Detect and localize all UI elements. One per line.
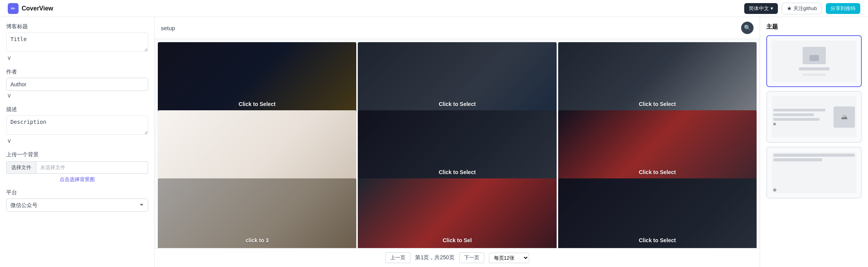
theme-section-title: 主题 <box>766 23 862 31</box>
theme1-image-placeholder <box>803 47 826 64</box>
search-icon: 🔍 <box>744 24 751 31</box>
image-cell[interactable]: Click to Select <box>558 178 757 248</box>
file-input-row: 选择文件 未选择文件 <box>6 161 148 174</box>
theme1-bar1 <box>799 67 830 70</box>
next-page-button[interactable]: 下一页 <box>459 252 484 263</box>
desc-group: 描述 Description ∨ <box>6 106 148 145</box>
blog-title-input[interactable]: Title <box>6 33 148 52</box>
file-choose-button[interactable]: 选择文件 <box>6 161 36 174</box>
language-button[interactable]: 简体中文 ▾ <box>744 3 778 14</box>
theme-preview-3 <box>767 147 861 198</box>
overlay-label: Click to Select <box>439 101 476 107</box>
desc-chevron[interactable]: ∨ <box>6 136 12 145</box>
theme3-dot <box>773 188 776 192</box>
platform-select[interactable]: 微信公众号 掘金 知乎 CSDN 自定义 <box>6 199 148 212</box>
share-button[interactable]: 分享到推特 <box>826 3 860 14</box>
theme1-bar2 <box>803 74 826 76</box>
blog-title-chevron[interactable]: ∨ <box>6 53 12 62</box>
image-cell[interactable]: click to 3 <box>158 178 356 248</box>
theme2-dot <box>773 123 776 125</box>
search-input[interactable] <box>161 25 738 31</box>
overlay-label: Click to Select <box>639 237 676 243</box>
per-page-select[interactable]: 每页12张 每页24张 每页48张 <box>489 253 529 263</box>
sidebar: 博客标题 Title ∨ 作者 ∨ 描述 Description ∨ 上传一个背… <box>0 17 155 267</box>
theme-preview-2 <box>767 92 861 142</box>
image-overlay: Click to Sel <box>358 178 556 248</box>
header: ✏ CoverView 简体中文 ▾ ★ 关注github 分享到推特 <box>0 0 868 17</box>
theme3-bar1 <box>773 154 855 157</box>
main-layout: 博客标题 Title ∨ 作者 ∨ 描述 Description ∨ 上传一个背… <box>0 17 868 267</box>
image-cell[interactable]: Click to Sel <box>358 178 556 248</box>
image-overlay: click to 3 <box>158 178 356 248</box>
theme2-bar3 <box>773 118 820 121</box>
theme3-bar2 <box>773 158 822 161</box>
right-panel: 主题 <box>760 17 868 267</box>
search-button[interactable]: 🔍 <box>741 22 754 34</box>
theme-card-1[interactable] <box>766 35 862 87</box>
prev-page-button[interactable]: 上一页 <box>385 252 410 263</box>
platform-label: 平台 <box>6 189 148 196</box>
header-right: 简体中文 ▾ ★ 关注github 分享到推特 <box>744 3 860 14</box>
overlay-label: Click to Sel <box>443 237 472 243</box>
upload-label: 上传一个背景 <box>6 151 148 158</box>
author-chevron[interactable]: ∨ <box>6 91 12 100</box>
theme-card-2[interactable] <box>766 91 862 143</box>
upload-section: 上传一个背景 选择文件 未选择文件 点击选择背景图 <box>6 151 148 183</box>
theme2-bar1 <box>773 109 825 111</box>
app-title: CoverView <box>22 5 53 12</box>
overlay-label: Click to Select <box>439 169 476 175</box>
blog-title-group: 博客标题 Title ∨ <box>6 23 148 62</box>
page-info: 第1页，共250页 <box>415 254 454 261</box>
pagination: 上一页 第1页，共250页 下一页 每页12张 每页24张 每页48张 <box>155 248 760 267</box>
theme2-bar2 <box>773 113 814 116</box>
search-bar: 🔍 <box>155 17 760 39</box>
theme-preview-1 <box>767 36 861 86</box>
author-input[interactable] <box>6 78 148 91</box>
overlay-label: Click to Select <box>639 169 676 175</box>
blog-title-label: 博客标题 <box>6 23 148 30</box>
desc-label: 描述 <box>6 106 148 113</box>
platform-section: 平台 微信公众号 掘金 知乎 CSDN 自定义 <box>6 189 148 212</box>
overlay-label: Click to Select <box>239 101 276 107</box>
image-overlay: Click to Select <box>558 178 757 248</box>
click-select-bg-link[interactable]: 点击选择背景图 <box>6 176 148 183</box>
header-left: ✏ CoverView <box>8 3 53 14</box>
center-panel: 🔍 Click to Select Click to Select Click … <box>155 17 760 267</box>
author-group: 作者 ∨ <box>6 68 148 100</box>
logo-icon: ✏ <box>8 3 19 14</box>
file-name-display: 未选择文件 <box>36 161 148 174</box>
image-grid: Click to Select Click to Select Click to… <box>155 39 760 248</box>
overlay-label: click to 3 <box>246 237 269 243</box>
overlay-label: Click to Select <box>239 169 276 175</box>
desc-input[interactable]: Description <box>6 115 148 135</box>
github-button[interactable]: ★ 关注github <box>782 3 822 14</box>
theme-card-3[interactable] <box>766 147 862 199</box>
overlay-label: Click to Select <box>639 101 676 107</box>
theme2-image-placeholder <box>834 106 855 128</box>
author-label: 作者 <box>6 68 148 75</box>
